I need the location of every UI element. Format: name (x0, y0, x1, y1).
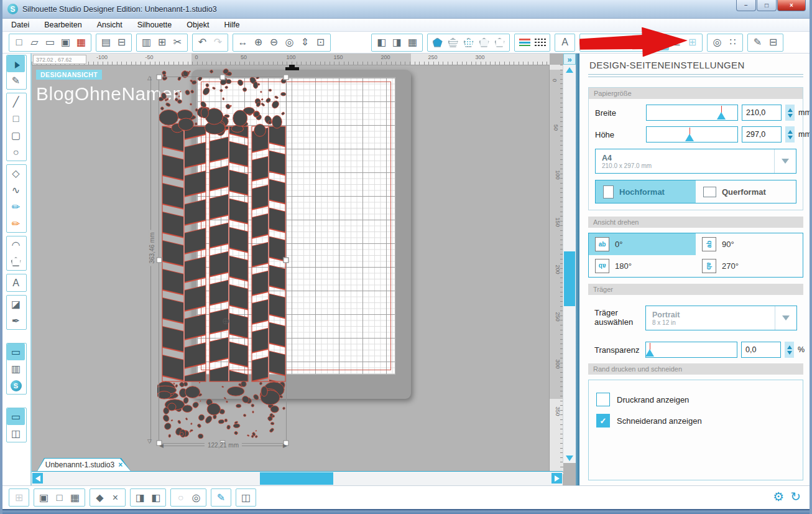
selection-handle[interactable] (220, 75, 226, 80)
select-tool[interactable]: ▲ (7, 55, 25, 72)
height-input[interactable]: 297,0 (742, 126, 782, 143)
checked-checkbox[interactable]: ✓ (596, 414, 610, 428)
horizontal-scrollbar[interactable] (32, 471, 563, 485)
cut[interactable]: ✂ (170, 35, 185, 50)
rotate-90deg[interactable]: ab90° (696, 233, 803, 255)
vertical-scrollbar[interactable] (563, 65, 576, 463)
line-gradient[interactable] (445, 35, 461, 50)
rotate-180deg[interactable]: ab180° (589, 255, 696, 277)
send-to-silhouette[interactable]: ⊟ (114, 35, 129, 50)
maximize-button[interactable]: □ (757, 0, 777, 11)
menu-hilfe[interactable]: Hilfe (224, 21, 239, 29)
radial-effect[interactable]: ◎ (709, 35, 725, 50)
sketch[interactable]: ✎ (213, 490, 229, 505)
ruler-position-marker[interactable] (285, 65, 299, 73)
scroll-down-button[interactable] (563, 453, 576, 463)
pixscan[interactable]: ▭ (42, 35, 58, 50)
width-input[interactable]: 210,0 (742, 105, 782, 121)
width-spinner[interactable] (785, 105, 795, 121)
height-slider[interactable] (646, 126, 738, 143)
transparency-spinner[interactable] (785, 342, 794, 358)
library-view[interactable]: ▥ (7, 360, 25, 377)
menu-bearbeiten[interactable]: Bearbeiten (44, 21, 81, 29)
undo[interactable]: ↶ (195, 35, 210, 50)
polygon-tool[interactable]: ◇ (7, 165, 25, 182)
sketch-pen[interactable]: ✎ (750, 35, 765, 50)
menu-objekt[interactable]: Objekt (187, 21, 209, 29)
fit-to-page[interactable]: ⊡ (313, 35, 328, 50)
unchecked-checkbox[interactable] (596, 393, 610, 406)
curve-tool[interactable]: ∿ (7, 182, 25, 199)
page-view-split[interactable]: ◫ (7, 425, 25, 442)
save-to-library[interactable]: ▦ (73, 35, 89, 50)
minimize-button[interactable]: − (736, 0, 756, 11)
smooth-freehand-tool[interactable]: ✏ (7, 215, 25, 232)
landscape-button[interactable]: Querformat (696, 180, 796, 203)
copy[interactable]: ▥ (139, 35, 154, 50)
selection-handle[interactable] (284, 75, 289, 80)
freehand-tool[interactable]: ✏ (7, 199, 25, 215)
line-tool[interactable]: ╱ (7, 93, 25, 110)
line-pattern[interactable] (461, 35, 476, 50)
arc-tool[interactable]: ◠ (7, 236, 25, 253)
mirror[interactable]: ◫ (238, 490, 254, 505)
ellipse-tool[interactable]: ○ (7, 144, 25, 161)
zoom-selection[interactable]: ◎ (282, 35, 297, 50)
line-thickness[interactable] (517, 35, 532, 50)
vertical-scroll-thumb[interactable] (564, 251, 575, 306)
fill-pattern[interactable]: ▦ (405, 35, 420, 50)
menu-ansicht[interactable]: Ansicht (97, 21, 122, 29)
drawing-region[interactable]: DESIGNANSICHT BlogOhneNamen (32, 65, 550, 460)
transparency-input[interactable]: 0,0 (741, 342, 781, 358)
sync-icon[interactable]: ↻ (790, 489, 801, 504)
paper-preset-dropdown[interactable]: A4 210.0 x 297.0 mm (595, 149, 796, 174)
menu-datei[interactable]: Datei (11, 21, 29, 29)
cut-settings[interactable]: ⊟ (765, 35, 781, 50)
design-view[interactable]: ▭ (7, 343, 25, 360)
eraser-tool[interactable]: ◪ (7, 296, 25, 312)
regular-polygon-tool[interactable] (7, 253, 25, 270)
scroll-left-button[interactable] (32, 473, 43, 484)
bring-forward[interactable]: ◨ (132, 490, 148, 505)
paste[interactable]: ⊞ (154, 35, 170, 50)
page-view-single[interactable]: ▭ (7, 408, 25, 425)
line-solid[interactable] (430, 35, 445, 50)
knife-tool[interactable]: ✒ (7, 312, 25, 329)
panel-expand-button[interactable]: » (563, 54, 576, 65)
mat-dropdown[interactable]: Portrait 8 x 12 in (645, 306, 797, 330)
save[interactable]: ▣ (58, 35, 73, 50)
title-bar[interactable]: S Silhouette Studio Designer Edition: Un… (2, 0, 810, 19)
radial[interactable]: ◎ (188, 490, 204, 505)
selection-center-crosshair[interactable]: ⊕ (222, 315, 230, 327)
line-style[interactable] (492, 35, 507, 50)
text-style[interactable]: A (557, 35, 573, 50)
rectangle-tool[interactable]: □ (7, 110, 25, 127)
group[interactable]: ▣ (36, 490, 52, 505)
store-view[interactable]: S (7, 377, 25, 394)
selection-handle[interactable] (284, 258, 289, 263)
rounded-rectangle-tool[interactable]: ▢ (7, 127, 25, 144)
selection-handle[interactable] (157, 258, 162, 263)
pan[interactable]: ↔ (235, 35, 251, 50)
selection-handle[interactable] (157, 75, 162, 80)
fill-color[interactable]: ◧ (374, 35, 389, 50)
zoom-out[interactable]: ⊖ (266, 35, 282, 50)
rotate-0deg[interactable]: ab0° (589, 233, 696, 255)
menu-silhouette[interactable]: Silhouette (137, 21, 172, 29)
send-backward[interactable]: ◧ (148, 490, 164, 505)
scroll-right-button[interactable] (551, 473, 562, 484)
portrait-button[interactable]: Hochformat (596, 180, 696, 203)
edit-points-tool[interactable]: ✎ (7, 72, 25, 89)
combine[interactable]: ▦ (67, 490, 83, 505)
fill-gradient[interactable]: ◨ (389, 35, 405, 50)
stipple-effect[interactable]: ∷ (725, 35, 740, 50)
close-button[interactable]: × (777, 0, 806, 11)
transparency-slider[interactable] (645, 342, 737, 358)
scroll-up-button[interactable] (563, 65, 576, 75)
line-color[interactable] (476, 35, 492, 50)
text-tool[interactable]: A (7, 274, 25, 291)
print[interactable]: ▤ (98, 35, 114, 50)
height-spinner[interactable] (785, 126, 795, 143)
selection-bounding-box[interactable] (159, 77, 287, 444)
width-slider[interactable] (646, 105, 738, 121)
